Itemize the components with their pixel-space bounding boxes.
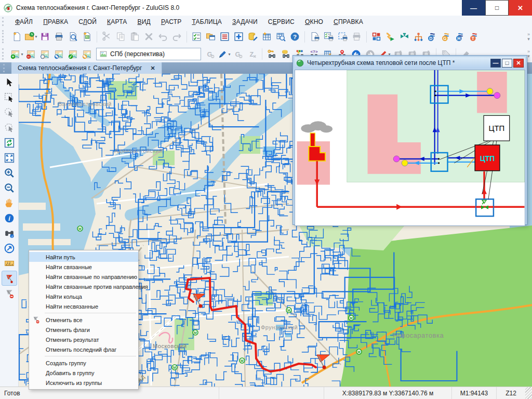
tool-select[interactable] (2, 75, 17, 90)
network-analysis-button[interactable] (411, 30, 425, 44)
help-button[interactable]: ? (288, 30, 302, 44)
floppy-icon (40, 32, 50, 42)
valve-chamber (476, 199, 494, 216)
scheme-minimize-button[interactable]: — (490, 59, 501, 68)
legend-button[interactable] (218, 30, 232, 44)
context-item-отменить-все[interactable]: Отменить все (29, 315, 138, 325)
map-manager-button[interactable] (204, 30, 218, 44)
piezo-graph-h-button[interactable]: H (454, 30, 468, 44)
layers-dialog-button[interactable] (190, 30, 204, 44)
scheme-maximize-button[interactable]: □ (502, 59, 512, 68)
layer-select-combo[interactable]: СПб (перспектива) (96, 48, 201, 60)
tool-refresh-map[interactable] (2, 135, 17, 150)
maximize-button[interactable]: □ (485, 0, 509, 16)
piezo-graph-d-button[interactable]: D (425, 30, 440, 44)
context-item-найти-кольца[interactable]: Найти кольца (29, 291, 138, 301)
scheme-window-titlebar[interactable]: Четырехтрубная схема тепловой сети после… (295, 57, 525, 69)
tool-find-object[interactable]: i (2, 225, 17, 241)
print-preview-button[interactable] (66, 30, 80, 44)
add-map-window-button[interactable] (232, 30, 246, 44)
context-item-найти-связанные[interactable]: Найти связанные (29, 262, 138, 272)
menu-растр[interactable]: РАСТР (156, 17, 187, 26)
save-button[interactable] (38, 30, 52, 44)
tool-object-info[interactable]: i (2, 210, 17, 225)
map-label: Новосаратовка (393, 331, 444, 339)
print-map-button[interactable] (308, 30, 322, 44)
tool-pan[interactable] (2, 195, 17, 210)
tool-remove-flag[interactable] (2, 286, 17, 301)
flow-analysis-button[interactable] (383, 30, 397, 44)
copy-icon (116, 32, 126, 42)
open-map-button[interactable]: ▾ (24, 30, 38, 44)
draw-edit-button[interactable]: ▾ (217, 47, 231, 61)
menu-справка[interactable]: СПРАВКА (328, 17, 368, 26)
tool-goto-point[interactable] (2, 241, 17, 256)
context-item-найти-несвязанные[interactable]: Найти несвязанные (29, 301, 138, 311)
menu-карта[interactable]: КАРТА (102, 17, 132, 26)
menu-слой[interactable]: СЛОЙ (73, 17, 102, 26)
scheme-window[interactable]: Четырехтрубная схема тепловой сети после… (292, 55, 527, 225)
layer-edit-button[interactable]: ✎ (52, 47, 66, 61)
toolbar-overflow-icon[interactable]: »▾ (527, 49, 530, 59)
context-item-найти-связанные-против-направления[interactable]: Найти связанные против направления (29, 282, 138, 291)
table-new-icon (262, 32, 272, 42)
database-editor-button[interactable] (246, 30, 260, 44)
new-document-button[interactable] (10, 30, 24, 44)
resize-grip[interactable] (525, 387, 532, 399)
layer-check-button[interactable]: ✓ (66, 47, 80, 61)
layer-draw-button[interactable]: ✎ (80, 47, 94, 61)
context-item-найти-путь[interactable]: Найти путь (29, 252, 138, 262)
menu-таблица[interactable]: ТАБЛИЦА (187, 17, 227, 26)
topology-modes-button[interactable] (369, 30, 383, 44)
menu-окно[interactable]: ОКНО (300, 17, 328, 26)
print-report-button[interactable] (322, 30, 336, 44)
ctp-building-label: ЦТП (480, 154, 495, 163)
menu-вид[interactable]: ВИД (132, 17, 156, 26)
scheme-canvas[interactable]: ЦТП ЦТП (295, 70, 525, 226)
layer-combo-value: СПб (перспектива) (110, 50, 165, 58)
switch-valve-button[interactable] (397, 30, 411, 44)
minimize-button[interactable]: — (462, 0, 485, 16)
print-selection-button[interactable] (336, 30, 350, 44)
tool-full-extent[interactable] (2, 150, 17, 165)
piezo-graph-t-button[interactable]: T (468, 30, 482, 44)
print-button[interactable] (52, 30, 66, 44)
layer-add-button[interactable]: +▾ (10, 47, 24, 61)
context-item-отменить-флаги[interactable]: Отменить флаги (29, 325, 138, 335)
menu-задачи[interactable]: ЗАДАЧИ (227, 17, 263, 26)
search-by-key-button[interactable] (265, 47, 279, 61)
close-button[interactable]: ✕ (509, 0, 532, 16)
piezo-graph-g-button[interactable]: G (440, 30, 454, 44)
menu-файл[interactable]: ФАЙЛ (10, 17, 38, 26)
layer-settings-button[interactable]: ✱ (38, 47, 52, 61)
toolbar-overflow-icon[interactable]: »▾ (527, 32, 530, 42)
tab-close-icon[interactable]: ✕ (150, 65, 155, 72)
context-item-найти-связанные-по-направлению[interactable]: Найти связанные по направлению (29, 272, 138, 282)
import-image-button[interactable] (80, 30, 94, 44)
svg-text:✎: ✎ (83, 54, 87, 59)
tab-map[interactable]: Схема теплоснабжения г. Санкт-Петербург … (11, 62, 162, 74)
new-table-button[interactable] (260, 30, 274, 44)
menu-сервис[interactable]: СЕРВИС (263, 17, 300, 26)
menu-правка[interactable]: ПРАВКА (38, 17, 73, 26)
hand-icon (4, 198, 15, 208)
scheme-window-icon (296, 59, 304, 67)
toolbar-grip (2, 17, 6, 25)
search-database-button[interactable] (279, 47, 293, 61)
tool-select-rect[interactable] (2, 90, 17, 105)
tool-set-flag[interactable] (2, 271, 17, 286)
scheme-close-button[interactable]: ✕ (513, 59, 524, 68)
context-item-исключить-из-группы[interactable]: Исключить из группы (29, 378, 138, 388)
context-item-добавить-в-группу[interactable]: Добавить в группу (29, 368, 138, 378)
tool-zoom-in[interactable] (2, 165, 17, 180)
squares-icon (371, 32, 381, 42)
ctp-building: ЦТП (475, 145, 500, 171)
context-item-отменить-последний-флаг[interactable]: Отменить последний флаг (29, 344, 138, 354)
tool-zoom-out[interactable] (2, 180, 17, 195)
layer-icon: ✱ (40, 49, 50, 59)
context-item-создать-группу[interactable]: Создать группу (29, 358, 138, 368)
tool-measure[interactable]: 1 2 (2, 256, 17, 271)
table-search-button[interactable] (274, 30, 288, 44)
layer-remove-button[interactable]: − (24, 47, 38, 61)
context-item-отменить-результат[interactable]: Отменить результат (29, 335, 138, 344)
